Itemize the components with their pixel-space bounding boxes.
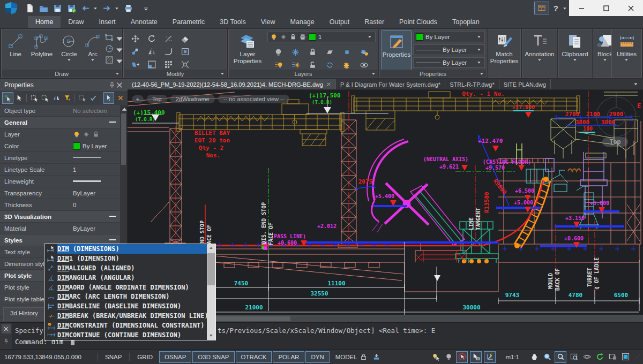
zoom-realtime-icon[interactable]: [555, 351, 566, 363]
autocomplete-item[interactable]: DIMBASELINE (BASELINE DIMENSION): [44, 301, 215, 311]
toggle-polar[interactable]: POLAR: [273, 351, 304, 363]
quick-select-button[interactable]: [51, 93, 62, 103]
offset-button[interactable]: [177, 46, 193, 58]
tab-list-dropdown[interactable]: [633, 79, 643, 89]
selection-off-icon[interactable]: [456, 351, 468, 363]
zoom-window-icon[interactable]: [569, 352, 579, 362]
lock-ui-icon[interactable]: [358, 352, 369, 362]
toggle-osnap[interactable]: OSNAP: [159, 351, 191, 363]
undo-button[interactable]: [79, 2, 91, 14]
property-row[interactable]: Linetype: [0, 152, 121, 164]
orbit-icon[interactable]: [581, 352, 592, 362]
property-row[interactable]: Layer: [0, 128, 121, 140]
arc-dropdown[interactable]: [90, 57, 95, 63]
annotation-button[interactable]: Annotation: [523, 31, 556, 63]
autocomplete-item[interactable]: DIMCONSTRAINT (DIMENSIONAL CONSTRAINT): [44, 321, 215, 330]
redo-dropdown[interactable]: [115, 5, 120, 11]
autocomplete-item[interactable]: DIM1 (DIMENSION): [44, 254, 215, 263]
palette-tab-3d-history[interactable]: 3d History: [3, 307, 45, 321]
fillet-button[interactable]: [160, 46, 176, 58]
apply-button[interactable]: [88, 93, 99, 103]
property-row[interactable]: Object typeNo selection: [0, 105, 121, 117]
mirror-button[interactable]: [144, 46, 160, 58]
document-tab[interactable]: STRL-R-TP.dwg*: [445, 79, 499, 89]
redo-button[interactable]: [101, 2, 113, 14]
ribbon-tab-annotate[interactable]: Annotate: [123, 16, 165, 28]
viewport-add-button[interactable]: +: [132, 95, 144, 103]
select-button[interactable]: [14, 93, 25, 103]
ribbon-tab-3d-tools[interactable]: 3D Tools: [212, 16, 253, 28]
regen-icon[interactable]: [594, 352, 605, 362]
ellipse-button[interactable]: [104, 44, 121, 54]
line-button[interactable]: Line: [4, 31, 27, 57]
filter-button[interactable]: [63, 93, 73, 103]
property-row[interactable]: MaterialByLayer: [0, 223, 121, 234]
ribbon-tab-topoplan[interactable]: Topoplan: [445, 16, 487, 28]
close-button[interactable]: [623, 2, 639, 14]
customize-quick-access-button[interactable]: [144, 5, 149, 11]
select-add-button[interactable]: [2, 92, 13, 104]
open-file-button[interactable]: [38, 2, 49, 14]
layer-dropdown[interactable]: 1: [267, 32, 376, 42]
property-row[interactable]: Linetype Scale1: [0, 164, 121, 176]
tab-close-icon[interactable]: [326, 81, 331, 88]
linetype-control[interactable]: By Layer: [413, 44, 485, 55]
minimize-button[interactable]: [573, 2, 589, 14]
viewport-view-button[interactable]: Top: [147, 95, 167, 103]
ribbon-tab-output[interactable]: Output: [322, 16, 357, 28]
property-row[interactable]: 3D Visualization: [0, 211, 121, 223]
autocomplete-item[interactable]: DIM (DIMENSIONS): [44, 244, 215, 254]
save-button[interactable]: [51, 2, 63, 14]
toggle-dyn[interactable]: DYN: [305, 351, 329, 363]
toggle-grid[interactable]: GRID: [132, 351, 158, 363]
autocomplete-item[interactable]: DIMBREAK (BREAK/UNBREAK DIMENSION LINE): [44, 311, 215, 321]
layers-panel-dropdown[interactable]: [371, 71, 376, 76]
rectangle-button[interactable]: [104, 33, 121, 42]
annotation-scale-button[interactable]: m1:1: [505, 354, 519, 360]
ribbon-tab-draw[interactable]: Draw: [61, 16, 91, 28]
save-all-button[interactable]: [65, 2, 77, 14]
move-button[interactable]: [127, 33, 143, 45]
scale-button[interactable]: [144, 58, 160, 71]
ribbon-tab-raster[interactable]: Raster: [357, 16, 392, 28]
property-row[interactable]: ColorBy Layer: [0, 140, 121, 152]
stretch-button[interactable]: [127, 58, 143, 71]
maximize-button[interactable]: [598, 2, 614, 14]
ribbon-tab-view[interactable]: View: [253, 16, 283, 28]
palette-close-icon[interactable]: [116, 81, 123, 89]
print-button[interactable]: [122, 2, 134, 14]
help-button[interactable]: ?: [554, 4, 558, 13]
property-row[interactable]: Thickness0: [0, 199, 121, 211]
command-close-icon[interactable]: [2, 324, 11, 333]
hatch-button[interactable]: [104, 55, 121, 65]
ucs-icon[interactable]: [484, 351, 496, 363]
layout-lock-icon[interactable]: [607, 352, 618, 362]
properties-panel-dropdown[interactable]: [480, 71, 484, 76]
ribbon-tab-home[interactable]: Home: [28, 16, 61, 28]
clean-screen-icon[interactable]: [620, 352, 631, 362]
scroll-down-icon[interactable]: [207, 332, 215, 340]
modify-panel-dropdown[interactable]: [220, 71, 225, 76]
explode-button[interactable]: [177, 58, 193, 71]
zoom-icon[interactable]: [542, 352, 552, 362]
pin-icon[interactable]: [108, 81, 116, 89]
lineweight-control[interactable]: By Layer: [413, 57, 485, 68]
array-button[interactable]: [160, 58, 176, 71]
polyline-button[interactable]: Polyline: [28, 31, 55, 57]
trim-button[interactable]: [160, 33, 176, 45]
viewport-visualstyle-button[interactable]: 2dWireframe: [170, 95, 215, 103]
layer-walk-button[interactable]: [355, 46, 372, 58]
autocomplete-item[interactable]: DIMCONTINUE (CONTINUE DIMENSION): [44, 330, 215, 340]
color-control[interactable]: By Layer: [413, 32, 485, 42]
undo-dropdown[interactable]: [93, 5, 99, 11]
autocomplete-item[interactable]: DIMARC (ARC LENGTH DIMENSION): [44, 292, 215, 301]
tray-icon[interactable]: [371, 352, 382, 362]
scroll-up-icon[interactable]: [207, 244, 215, 252]
erase-button[interactable]: [177, 33, 193, 45]
select-window-button[interactable]: [29, 93, 39, 103]
workspace-switcher-button[interactable]: [534, 2, 549, 14]
ribbon-tab-parametric[interactable]: Parametric: [165, 16, 212, 28]
layer-properties-button[interactable]: Layer Properties: [230, 31, 265, 64]
quad-menu-icon[interactable]: [470, 351, 482, 363]
match-properties-button[interactable]: Match Properties: [489, 31, 520, 64]
